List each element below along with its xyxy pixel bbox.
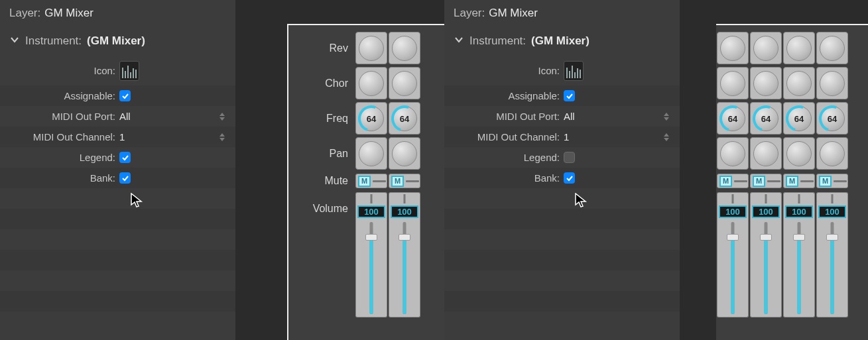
volume-readout[interactable]: 100 — [391, 205, 418, 218]
volume-readout[interactable]: 100 — [752, 205, 780, 218]
fader-cap[interactable] — [717, 192, 749, 204]
fader-cap[interactable] — [816, 192, 848, 204]
fader-cap[interactable] — [389, 192, 420, 204]
instrument-value[interactable]: (GM Mixer) — [87, 34, 145, 48]
stepper-icon[interactable] — [219, 133, 225, 141]
assignable-checkbox[interactable] — [119, 90, 131, 101]
mixer-row-pan — [716, 136, 868, 171]
mixer-row-chor: Chor — [288, 66, 444, 101]
instrument-row: Instrument: (GM Mixer) — [0, 27, 235, 56]
legend-checkbox[interactable] — [119, 152, 131, 163]
freq-knob[interactable]: 64 — [750, 102, 782, 135]
rev-knob[interactable] — [717, 32, 749, 64]
assignable-checkbox[interactable] — [564, 90, 575, 101]
chor-knob[interactable] — [389, 67, 420, 99]
mixer-row-pan: Pan — [288, 136, 444, 171]
midi-out-channel-label: MIDI Out Channel: — [444, 131, 564, 142]
volume-fader[interactable] — [816, 219, 848, 317]
volume-readout[interactable]: 100 — [719, 205, 747, 218]
stepper-icon[interactable] — [219, 113, 225, 121]
freq-knob[interactable]: 64 — [816, 102, 848, 135]
instrument-value[interactable]: (GM Mixer) — [531, 34, 589, 48]
stepper-icon[interactable] — [664, 113, 669, 121]
gm-mixer-panel: Rev Chor Freq 64 64 Pan Mute M — [287, 24, 444, 340]
mute-button[interactable]: M — [753, 176, 765, 187]
instrument-row: Instrument: (GM Mixer) — [444, 27, 680, 56]
freq-knob[interactable]: 64 — [717, 102, 749, 135]
mixer-row-chor — [716, 66, 868, 101]
chor-knob[interactable] — [816, 67, 848, 99]
mute-button[interactable]: M — [786, 176, 798, 187]
legend-freq: Freq — [288, 113, 355, 125]
pan-knob[interactable] — [783, 137, 815, 170]
pan-knob[interactable] — [816, 137, 848, 170]
chor-knob[interactable] — [355, 67, 387, 99]
rev-knob[interactable] — [389, 32, 420, 64]
layer-value[interactable]: GM Mixer — [44, 7, 93, 20]
mixer-row-rev: Rev — [288, 30, 444, 66]
rev-knob[interactable] — [783, 32, 815, 64]
volume-fader[interactable] — [717, 219, 749, 317]
freq-knob[interactable]: 64 — [389, 102, 420, 135]
freq-knob[interactable]: 64 — [783, 102, 815, 135]
mute-button[interactable]: M — [819, 176, 832, 187]
chevron-down-icon[interactable] — [9, 34, 20, 48]
midi-out-channel-label: MIDI Out Channel: — [0, 131, 119, 142]
volume-readout[interactable]: 100 — [357, 205, 385, 218]
fader-cap[interactable] — [355, 192, 387, 204]
rev-knob[interactable] — [355, 32, 387, 64]
chor-knob[interactable] — [783, 67, 815, 99]
pan-knob[interactable] — [750, 137, 782, 170]
mute-indicator — [734, 180, 747, 182]
mute-indicator — [834, 180, 847, 182]
assignable-label: Assignable: — [0, 90, 119, 101]
layer-row: Layer: GM Mixer — [444, 0, 680, 27]
property-table: Icon: Assignable: MIDI Out Port: All — [444, 56, 680, 188]
property-table: Icon: Assignable: MIDI Out Port: All — [0, 56, 235, 188]
volume-fader[interactable] — [355, 219, 387, 317]
bank-checkbox[interactable] — [564, 172, 575, 184]
assignable-label: Assignable: — [444, 90, 564, 101]
fader-cap[interactable] — [783, 192, 815, 204]
mute-button[interactable]: M — [391, 176, 404, 187]
legend-chor: Chor — [288, 78, 355, 89]
volume-fader[interactable] — [750, 219, 782, 317]
bank-checkbox[interactable] — [119, 172, 131, 184]
volume-readout[interactable]: 100 — [785, 205, 813, 218]
rev-knob[interactable] — [750, 32, 782, 64]
legend-checkbox[interactable] — [564, 152, 575, 163]
mute-button[interactable]: M — [358, 176, 371, 187]
layer-label: Layer: — [9, 7, 40, 20]
legend-pan: Pan — [288, 148, 355, 160]
mute-button[interactable]: M — [719, 176, 732, 187]
midi-out-port-value[interactable]: All — [119, 111, 131, 122]
volume-readout[interactable]: 100 — [818, 205, 846, 218]
rev-knob[interactable] — [816, 32, 848, 64]
mute-indicator — [406, 180, 419, 182]
pan-knob[interactable] — [389, 137, 420, 170]
legend-label: Legend: — [0, 152, 119, 163]
mixer-row-volume: Volume 100 100 — [288, 191, 444, 317]
chor-knob[interactable] — [717, 67, 749, 99]
fader-cap[interactable] — [750, 192, 782, 204]
mixer-icon[interactable] — [564, 61, 584, 81]
chevron-down-icon[interactable] — [454, 34, 464, 48]
chor-knob[interactable] — [750, 67, 782, 99]
midi-out-port-value[interactable]: All — [564, 111, 575, 122]
mixer-row-freq: 64 64 64 64 — [716, 101, 868, 136]
volume-fader[interactable] — [783, 219, 815, 317]
freq-knob[interactable]: 64 — [355, 102, 387, 135]
midi-out-channel-value[interactable]: 1 — [564, 131, 569, 142]
pan-knob[interactable] — [355, 137, 387, 170]
volume-fader[interactable] — [389, 219, 420, 317]
midi-out-channel-value[interactable]: 1 — [119, 131, 125, 142]
inspector-panel: Layer: GM Mixer Instrument: (GM Mixer) I… — [0, 0, 235, 340]
layer-value[interactable]: GM Mixer — [489, 7, 538, 20]
stepper-icon[interactable] — [664, 133, 669, 141]
mute-indicator — [800, 180, 814, 182]
freq-knob-value: 64 — [717, 113, 748, 123]
mixer-icon[interactable] — [119, 61, 139, 81]
instrument-label: Instrument: — [25, 34, 82, 48]
pan-knob[interactable] — [717, 137, 749, 170]
bank-label: Bank: — [0, 172, 119, 184]
